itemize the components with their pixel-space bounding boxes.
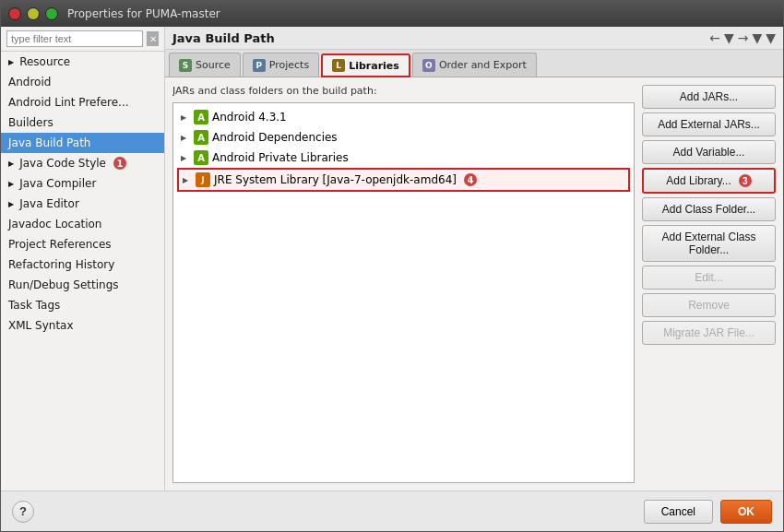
nav-forward-icon[interactable]: → <box>738 30 749 45</box>
sidebar-item-project-references[interactable]: Project References <box>1 234 164 254</box>
sidebar-item-label: Refactoring History <box>8 258 114 271</box>
window-title: Properties for PUMA-master <box>67 7 220 20</box>
nav-forward-dropdown-icon[interactable]: ▼ <box>752 30 762 45</box>
nav-dropdown-icon[interactable]: ▼ <box>724 30 734 45</box>
nav-arrows: ← ▼ → ▼ ▼ <box>709 30 776 45</box>
tree-arrow-icon: ▶ <box>181 154 190 162</box>
add-library-label: Add Library... <box>666 174 731 187</box>
cancel-button[interactable]: Cancel <box>644 500 713 524</box>
help-button[interactable]: ? <box>12 501 34 523</box>
badge-3: 3 <box>739 174 752 187</box>
tabs-bar: S Source P Projects L Libraries O Order … <box>165 50 783 77</box>
add-external-jars-button[interactable]: Add External JARs... <box>642 112 776 136</box>
badge-1: 1 <box>113 157 126 170</box>
sidebar-item-label: Javadoc Location <box>8 218 101 231</box>
tree-item-android-431[interactable]: ▶ Android 4.3.1 <box>177 107 630 127</box>
sidebar-item-label: Task Tags <box>8 299 60 312</box>
panel-title: Java Build Path <box>172 31 275 45</box>
sidebar-item-run-debug[interactable]: Run/Debug Settings <box>1 275 164 295</box>
sidebar-item-label: Android Lint Prefere... <box>8 96 129 109</box>
ok-button[interactable]: OK <box>720 500 772 524</box>
sidebar-item-android[interactable]: Android <box>1 72 164 92</box>
tab-libraries[interactable]: L Libraries <box>321 53 410 77</box>
remove-button[interactable]: Remove <box>642 293 776 317</box>
sidebar-item-label: Project References <box>8 238 112 251</box>
sidebar: ✕ Resource Android Android Lint Prefere.… <box>1 27 165 491</box>
tree-item-label: Android Private Libraries <box>212 151 349 164</box>
maximize-button[interactable] <box>45 7 58 20</box>
tab-source-label: Source <box>196 59 231 71</box>
edit-button[interactable]: Edit... <box>642 266 776 290</box>
sidebar-item-javadoc[interactable]: Javadoc Location <box>1 214 164 234</box>
panel-header: Java Build Path ← ▼ → ▼ ▼ <box>165 27 783 50</box>
libraries-icon: L <box>332 59 345 72</box>
minimize-button[interactable] <box>27 7 40 20</box>
source-icon: S <box>179 59 192 72</box>
tree-item-jre[interactable]: ▶ JRE System Library [Java-7-openjdk-amd… <box>177 168 630 192</box>
filter-clear-button[interactable]: ✕ <box>147 31 159 46</box>
badge-4: 4 <box>464 173 477 186</box>
add-variable-button[interactable]: Add Variable... <box>642 140 776 164</box>
bottom-bar: ? Cancel OK <box>1 491 783 531</box>
tree-panel: JARs and class folders on the build path… <box>172 85 635 483</box>
sidebar-item-xml-syntax[interactable]: XML Syntax <box>1 315 164 336</box>
jre-icon <box>196 172 210 187</box>
titlebar: Properties for PUMA-master <box>1 1 783 27</box>
tree-description: JARs and class folders on the build path… <box>172 85 635 97</box>
close-button[interactable] <box>8 7 21 20</box>
migrate-jar-button[interactable]: Migrate JAR File... <box>642 321 776 345</box>
main-content: ✕ Resource Android Android Lint Prefere.… <box>1 27 783 491</box>
sidebar-item-java-editor[interactable]: Java Editor <box>1 194 164 214</box>
sidebar-item-label: Resource <box>19 55 70 68</box>
sidebar-item-label: Java Compiler <box>19 177 96 190</box>
tab-order-label: Order and Export <box>439 59 527 71</box>
tab-order-export[interactable]: O Order and Export <box>412 53 537 77</box>
tree-item-label: Android 4.3.1 <box>212 111 287 124</box>
tree-arrow-icon: ▶ <box>181 113 190 122</box>
sidebar-item-label: XML Syntax <box>8 319 74 332</box>
add-external-class-folder-button[interactable]: Add External Class Folder... <box>642 225 776 262</box>
tree-item-label: Android Dependencies <box>212 131 338 144</box>
nav-menu-icon[interactable]: ▼ <box>766 30 776 45</box>
add-class-folder-button[interactable]: Add Class Folder... <box>642 197 776 221</box>
content-area: JARs and class folders on the build path… <box>165 77 783 491</box>
right-panel: Java Build Path ← ▼ → ▼ ▼ S Source P Pro… <box>165 27 783 491</box>
sidebar-item-refactoring[interactable]: Refactoring History <box>1 254 164 275</box>
tree-item-android-deps[interactable]: ▶ Android Dependencies <box>177 127 630 148</box>
android-icon <box>194 110 208 124</box>
sidebar-item-label: Java Code Style <box>19 157 106 170</box>
order-icon: O <box>422 59 435 72</box>
nav-back-icon[interactable]: ← <box>709 30 720 45</box>
filter-input[interactable] <box>6 30 143 47</box>
tree-arrow-icon: ▶ <box>181 134 190 142</box>
tree-arrow-icon: ▶ <box>183 176 192 184</box>
projects-icon: P <box>253 59 266 72</box>
sidebar-item-android-lint[interactable]: Android Lint Prefere... <box>1 92 164 112</box>
filter-box: ✕ <box>1 27 164 52</box>
sidebar-item-label: Run/Debug Settings <box>8 278 119 291</box>
tab-projects[interactable]: P Projects <box>243 53 319 77</box>
sidebar-item-label: Java Build Path <box>8 136 90 149</box>
main-window: Properties for PUMA-master ✕ Resource An… <box>0 0 784 532</box>
sidebar-item-java-code-style[interactable]: Java Code Style 1 <box>1 153 164 173</box>
buttons-panel: Add JARs... Add External JARs... Add Var… <box>642 85 776 483</box>
sidebar-item-task-tags[interactable]: Task Tags <box>1 295 164 315</box>
sidebar-item-label: Java Editor <box>19 197 79 210</box>
sidebar-item-label: Builders <box>8 116 53 129</box>
sidebar-item-java-build-path[interactable]: Java Build Path <box>1 133 164 153</box>
tree-item-label: JRE System Library [Java-7-openjdk-amd64… <box>214 173 457 186</box>
sidebar-item-resource[interactable]: Resource <box>1 52 164 72</box>
add-library-button[interactable]: Add Library... 3 <box>642 168 776 194</box>
tab-source[interactable]: S Source <box>169 53 241 77</box>
sidebar-item-label: Android <box>8 76 51 89</box>
sidebar-item-java-compiler[interactable]: Java Compiler <box>1 173 164 194</box>
tree-container[interactable]: ▶ Android 4.3.1 ▶ Android Dependencies ▶ <box>172 102 635 483</box>
android-icon <box>194 130 208 145</box>
sidebar-item-builders[interactable]: Builders <box>1 112 164 133</box>
tab-libraries-label: Libraries <box>349 60 399 72</box>
bottom-actions: Cancel OK <box>644 500 772 524</box>
add-jars-button[interactable]: Add JARs... <box>642 85 776 109</box>
android-icon <box>194 150 208 165</box>
tree-item-android-private[interactable]: ▶ Android Private Libraries <box>177 148 630 168</box>
tab-projects-label: Projects <box>269 59 309 71</box>
